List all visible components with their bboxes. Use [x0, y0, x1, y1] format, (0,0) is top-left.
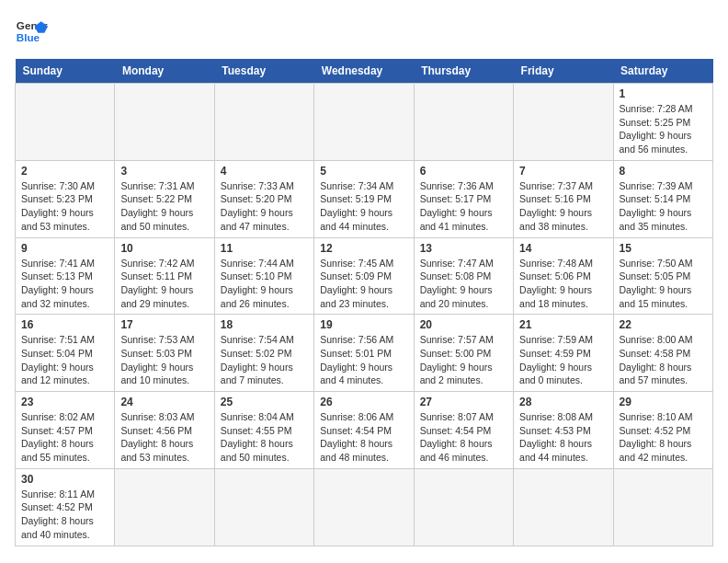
weekday-header-tuesday: Tuesday [214, 59, 313, 84]
day-info: Sunrise: 7:37 AM Sunset: 5:16 PM Dayligh… [519, 179, 607, 234]
day-info: Sunrise: 7:34 AM Sunset: 5:19 PM Dayligh… [320, 179, 407, 234]
day-number: 10 [120, 242, 208, 255]
day-info: Sunrise: 8:00 AM Sunset: 4:58 PM Dayligh… [620, 333, 707, 387]
calendar-cell: 29Sunrise: 8:10 AM Sunset: 4:52 PM Dayli… [613, 392, 712, 469]
calendar-week-5: 23Sunrise: 8:02 AM Sunset: 4:57 PM Dayli… [16, 392, 713, 469]
weekday-header-saturday: Saturday [613, 59, 712, 84]
calendar-cell: 27Sunrise: 8:07 AM Sunset: 4:54 PM Dayli… [414, 392, 513, 469]
weekday-header-friday: Friday [514, 59, 613, 84]
calendar-cell: 30Sunrise: 8:11 AM Sunset: 4:52 PM Dayli… [16, 468, 115, 546]
day-number: 20 [420, 318, 507, 331]
day-info: Sunrise: 8:06 AM Sunset: 4:54 PM Dayligh… [320, 410, 407, 465]
day-number: 11 [221, 242, 308, 255]
day-info: Sunrise: 7:56 AM Sunset: 5:01 PM Dayligh… [320, 333, 407, 387]
day-number: 9 [21, 242, 108, 255]
calendar-cell: 22Sunrise: 8:00 AM Sunset: 4:58 PM Dayli… [613, 315, 712, 392]
calendar-cell: 24Sunrise: 8:03 AM Sunset: 4:56 PM Dayli… [115, 392, 214, 469]
calendar-cell: 17Sunrise: 7:53 AM Sunset: 5:03 PM Dayli… [115, 315, 214, 392]
calendar-cell [414, 468, 513, 546]
calendar-cell [314, 84, 414, 161]
calendar-cell [115, 84, 214, 161]
calendar-cell: 13Sunrise: 7:47 AM Sunset: 5:08 PM Dayli… [414, 237, 513, 315]
weekday-header-sunday: Sunday [16, 59, 115, 84]
day-number: 17 [120, 318, 208, 331]
day-info: Sunrise: 7:44 AM Sunset: 5:10 PM Dayligh… [221, 257, 308, 311]
day-number: 1 [620, 87, 707, 100]
calendar-cell [214, 468, 313, 546]
day-info: Sunrise: 7:28 AM Sunset: 5:25 PM Dayligh… [620, 102, 707, 156]
day-number: 25 [221, 396, 308, 408]
day-info: Sunrise: 7:47 AM Sunset: 5:08 PM Dayligh… [420, 257, 507, 311]
day-number: 30 [21, 473, 108, 486]
weekday-header-monday: Monday [115, 59, 214, 84]
day-info: Sunrise: 7:54 AM Sunset: 5:02 PM Dayligh… [221, 333, 308, 387]
day-number: 29 [620, 396, 707, 408]
day-info: Sunrise: 8:08 AM Sunset: 4:53 PM Dayligh… [519, 410, 607, 465]
day-number: 2 [21, 165, 108, 178]
day-info: Sunrise: 7:33 AM Sunset: 5:20 PM Dayligh… [221, 179, 308, 234]
day-number: 7 [519, 165, 607, 178]
day-number: 14 [519, 242, 607, 255]
day-info: Sunrise: 7:57 AM Sunset: 5:00 PM Dayligh… [420, 333, 507, 387]
calendar-cell: 25Sunrise: 8:04 AM Sunset: 4:55 PM Dayli… [214, 392, 313, 469]
calendar-cell: 9Sunrise: 7:41 AM Sunset: 5:13 PM Daylig… [16, 237, 115, 315]
calendar-cell: 15Sunrise: 7:50 AM Sunset: 5:05 PM Dayli… [613, 237, 712, 315]
calendar-cell [514, 468, 613, 546]
calendar-cell: 26Sunrise: 8:06 AM Sunset: 4:54 PM Dayli… [314, 392, 414, 469]
weekday-header-wednesday: Wednesday [314, 59, 414, 84]
calendar-cell [613, 468, 712, 546]
day-info: Sunrise: 7:50 AM Sunset: 5:05 PM Dayligh… [620, 257, 707, 311]
day-number: 16 [21, 318, 108, 331]
calendar-cell: 1Sunrise: 7:28 AM Sunset: 5:25 PM Daylig… [613, 84, 712, 161]
calendar-cell [115, 468, 214, 546]
calendar-cell: 2Sunrise: 7:30 AM Sunset: 5:23 PM Daylig… [16, 160, 115, 237]
day-number: 23 [21, 396, 108, 408]
day-number: 3 [120, 165, 208, 178]
calendar-week-3: 9Sunrise: 7:41 AM Sunset: 5:13 PM Daylig… [16, 237, 713, 315]
day-info: Sunrise: 7:39 AM Sunset: 5:14 PM Dayligh… [620, 179, 707, 234]
day-info: Sunrise: 8:02 AM Sunset: 4:57 PM Dayligh… [21, 410, 108, 465]
calendar-cell [414, 84, 513, 161]
day-info: Sunrise: 7:36 AM Sunset: 5:17 PM Dayligh… [420, 179, 507, 234]
calendar-week-2: 2Sunrise: 7:30 AM Sunset: 5:23 PM Daylig… [16, 160, 713, 237]
calendar-cell: 21Sunrise: 7:59 AM Sunset: 4:59 PM Dayli… [514, 315, 613, 392]
logo-icon: General Blue [15, 15, 48, 48]
day-number: 22 [620, 318, 707, 331]
calendar-cell: 19Sunrise: 7:56 AM Sunset: 5:01 PM Dayli… [314, 315, 414, 392]
day-info: Sunrise: 7:41 AM Sunset: 5:13 PM Dayligh… [21, 257, 108, 311]
logo: General Blue [15, 15, 53, 48]
calendar-cell [16, 84, 115, 161]
day-number: 18 [221, 318, 308, 331]
day-info: Sunrise: 8:10 AM Sunset: 4:52 PM Dayligh… [620, 410, 707, 465]
day-number: 6 [420, 165, 507, 178]
calendar-cell: 10Sunrise: 7:42 AM Sunset: 5:11 PM Dayli… [115, 237, 214, 315]
calendar-cell: 18Sunrise: 7:54 AM Sunset: 5:02 PM Dayli… [214, 315, 313, 392]
calendar-cell: 12Sunrise: 7:45 AM Sunset: 5:09 PM Dayli… [314, 237, 414, 315]
calendar-week-6: 30Sunrise: 8:11 AM Sunset: 4:52 PM Dayli… [16, 468, 713, 546]
day-info: Sunrise: 7:30 AM Sunset: 5:23 PM Dayligh… [21, 179, 108, 234]
day-number: 15 [620, 242, 707, 255]
day-number: 4 [221, 165, 308, 178]
day-info: Sunrise: 7:59 AM Sunset: 4:59 PM Dayligh… [519, 333, 607, 387]
calendar-cell [214, 84, 313, 161]
day-info: Sunrise: 8:03 AM Sunset: 4:56 PM Dayligh… [120, 410, 208, 465]
day-number: 21 [519, 318, 607, 331]
calendar-cell: 5Sunrise: 7:34 AM Sunset: 5:19 PM Daylig… [314, 160, 414, 237]
weekday-header-row: SundayMondayTuesdayWednesdayThursdayFrid… [16, 59, 713, 84]
calendar-table: SundayMondayTuesdayWednesdayThursdayFrid… [15, 59, 713, 546]
day-info: Sunrise: 8:11 AM Sunset: 4:52 PM Dayligh… [21, 488, 108, 542]
calendar-cell: 23Sunrise: 8:02 AM Sunset: 4:57 PM Dayli… [16, 392, 115, 469]
calendar-cell: 28Sunrise: 8:08 AM Sunset: 4:53 PM Dayli… [514, 392, 613, 469]
calendar-cell [314, 468, 414, 546]
day-number: 27 [420, 396, 507, 408]
calendar-cell [514, 84, 613, 161]
calendar-cell: 14Sunrise: 7:48 AM Sunset: 5:06 PM Dayli… [514, 237, 613, 315]
calendar-cell: 16Sunrise: 7:51 AM Sunset: 5:04 PM Dayli… [16, 315, 115, 392]
day-info: Sunrise: 8:04 AM Sunset: 4:55 PM Dayligh… [221, 410, 308, 465]
day-number: 8 [620, 165, 707, 178]
day-info: Sunrise: 7:31 AM Sunset: 5:22 PM Dayligh… [120, 179, 208, 234]
calendar-cell: 8Sunrise: 7:39 AM Sunset: 5:14 PM Daylig… [613, 160, 712, 237]
day-info: Sunrise: 7:42 AM Sunset: 5:11 PM Dayligh… [120, 257, 208, 311]
day-number: 24 [120, 396, 208, 408]
day-number: 26 [320, 396, 407, 408]
